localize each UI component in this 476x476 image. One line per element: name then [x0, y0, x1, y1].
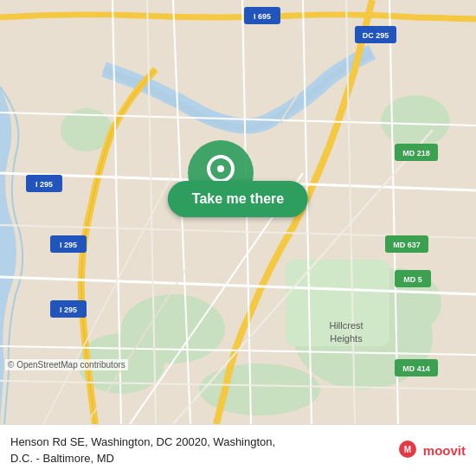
svg-text:MD 5: MD 5 [403, 275, 422, 284]
svg-text:M: M [404, 445, 411, 454]
svg-text:I 295: I 295 [60, 306, 77, 314]
svg-text:MD 637: MD 637 [393, 241, 421, 249]
osm-credit: © OpenStreetMap contributors [5, 359, 128, 370]
moovit-logo[interactable]: M moovit [396, 439, 466, 463]
moovit-brand-text: moovit [423, 443, 466, 458]
svg-text:MD 414: MD 414 [402, 364, 430, 373]
svg-text:Hillcrest: Hillcrest [329, 320, 363, 331]
svg-text:I 295: I 295 [35, 180, 53, 189]
address-text: Henson Rd SE, Washington, DC 20020, Wash… [10, 434, 396, 466]
svg-text:I 695: I 695 [254, 12, 271, 21]
moovit-icon-svg: M [396, 439, 420, 463]
bottom-bar: Henson Rd SE, Washington, DC 20020, Wash… [0, 424, 476, 476]
svg-text:DC 295: DC 295 [363, 31, 389, 40]
svg-text:Heights: Heights [330, 333, 363, 344]
svg-text:I 295: I 295 [60, 241, 77, 249]
svg-point-48 [217, 165, 224, 172]
take-me-there-button[interactable]: Take me there [168, 181, 308, 217]
map-container: Hillcrest Heights I 695 DC 295 I 295 I 2… [0, 0, 476, 424]
svg-text:MD 218: MD 218 [402, 149, 430, 158]
